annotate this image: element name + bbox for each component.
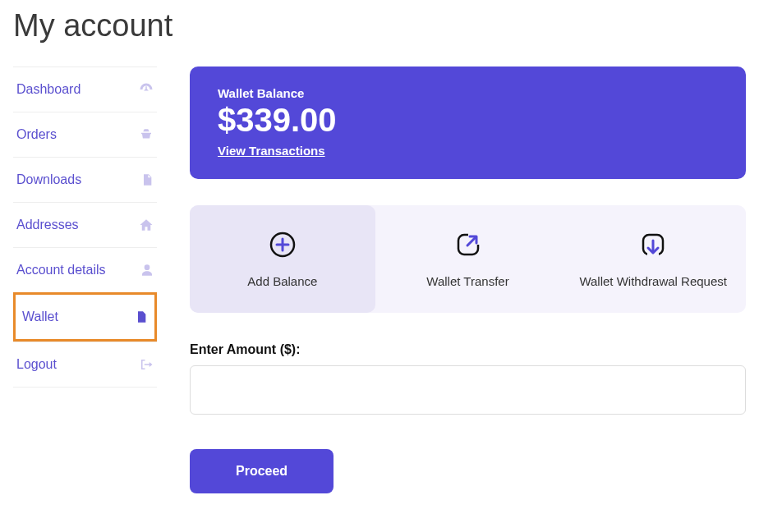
action-add-balance[interactable]: Add Balance: [190, 205, 375, 313]
sidebar-item-label: Logout: [16, 357, 57, 372]
sidebar-item-label: Account details: [16, 263, 106, 277]
balance-amount: $339.00: [218, 102, 718, 139]
amount-label: Enter Amount ($):: [190, 342, 746, 357]
download-square-icon: [638, 230, 668, 259]
sidebar-item-label: Dashboard: [16, 82, 80, 97]
external-arrow-icon: [453, 230, 483, 259]
proceed-button[interactable]: Proceed: [190, 449, 334, 493]
sidebar-item-account-details[interactable]: Account details: [13, 247, 157, 292]
sidebar-item-label: Wallet: [22, 310, 58, 324]
wallet-actions: Add Balance Wallet Transfer: [190, 205, 746, 313]
sidebar: Dashboard Orders Downloads Addresses Acc: [13, 66, 157, 493]
layout: Dashboard Orders Downloads Addresses Acc: [13, 66, 746, 493]
sidebar-item-dashboard[interactable]: Dashboard: [13, 66, 157, 112]
balance-label: Wallet Balance: [218, 86, 718, 100]
action-wallet-transfer[interactable]: Wallet Transfer: [375, 205, 561, 313]
main-content: Wallet Balance $339.00 View Transactions…: [190, 66, 746, 493]
sidebar-item-label: Orders: [16, 127, 57, 142]
sidebar-item-orders[interactable]: Orders: [13, 112, 157, 157]
logout-icon: [139, 357, 154, 372]
page-title: My account: [13, 8, 746, 44]
sidebar-item-label: Downloads: [16, 172, 81, 187]
sidebar-item-logout[interactable]: Logout: [13, 342, 157, 388]
plus-circle-icon: [268, 230, 297, 259]
basket-icon: [139, 127, 154, 142]
sidebar-item-label: Addresses: [16, 218, 79, 232]
action-wallet-withdrawal[interactable]: Wallet Withdrawal Request: [560, 205, 746, 313]
action-label: Wallet Withdrawal Request: [579, 274, 727, 288]
sidebar-item-wallet[interactable]: Wallet: [13, 292, 157, 342]
file-icon: [140, 172, 154, 187]
sidebar-item-addresses[interactable]: Addresses: [13, 202, 157, 247]
dashboard-icon: [139, 82, 154, 97]
balance-card: Wallet Balance $339.00 View Transactions: [190, 66, 746, 179]
sidebar-item-downloads[interactable]: Downloads: [13, 157, 157, 202]
home-icon: [139, 218, 154, 232]
document-icon: [135, 310, 148, 324]
action-label: Wallet Transfer: [426, 274, 508, 288]
view-transactions-link[interactable]: View Transactions: [218, 144, 718, 158]
amount-input[interactable]: [190, 365, 746, 415]
user-icon: [140, 263, 154, 277]
action-label: Add Balance: [247, 274, 317, 288]
